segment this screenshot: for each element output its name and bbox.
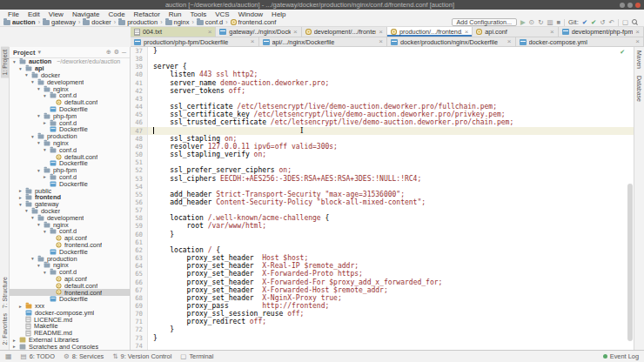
- editor-scrollbar[interactable]: [627, 47, 633, 350]
- git-rollback-icon[interactable]: ↶: [609, 18, 614, 26]
- code-line[interactable]: 41 server_name demo-auction.deworker.pro…: [131, 79, 634, 87]
- git-history-icon[interactable]: ↺: [600, 18, 605, 26]
- editor-tab[interactable]: development/php-fpm/Dockerfile×: [559, 27, 644, 37]
- tree-expanded-icon[interactable]: ▾: [43, 270, 47, 275]
- code-line[interactable]: 37}: [131, 47, 634, 55]
- tree-item[interactable]: ▾gateway: [10, 201, 130, 208]
- menu-item-refactor[interactable]: Refactor: [131, 10, 164, 18]
- code-line[interactable]: 74: [131, 342, 634, 350]
- code-line[interactable]: 54: [131, 183, 634, 191]
- tree-collapsed-icon[interactable]: ▸: [43, 174, 47, 179]
- tab-close-icon[interactable]: ×: [293, 29, 298, 36]
- code-line[interactable]: 69 proxy_pass http://frontend;: [131, 302, 634, 310]
- menu-item-file[interactable]: File: [4, 10, 23, 18]
- tree-collapsed-icon[interactable]: ▸: [12, 344, 17, 349]
- code-line[interactable]: 64 proxy_set_header X-Real-IP $remote_ad…: [131, 262, 634, 270]
- tab-close-icon[interactable]: ×: [251, 38, 255, 45]
- tree-collapsed-icon[interactable]: ▸: [18, 195, 23, 200]
- tab-close-icon[interactable]: ×: [379, 29, 383, 36]
- menu-item-help[interactable]: Help: [268, 10, 289, 18]
- project-panel-title[interactable]: Project: [13, 49, 35, 57]
- tree-expanded-icon[interactable]: ▾: [37, 86, 41, 91]
- code-line[interactable]: 52 ssl_prefer_server_ciphers on;: [131, 166, 634, 174]
- tree-expanded-icon[interactable]: ▾: [30, 215, 35, 220]
- menu-item-vcs[interactable]: VCS: [211, 10, 232, 18]
- code-line[interactable]: 38: [131, 55, 634, 63]
- code-line[interactable]: 50 ssl_stapling_verify on;: [131, 151, 634, 158]
- code-line[interactable]: 63 proxy_set_header Host $host;: [131, 254, 634, 262]
- breadcrumb-item-nginx[interactable]: nginx: [165, 18, 190, 26]
- code-editor[interactable]: 37}3839server {40 listen 443 ssl http2;4…: [131, 47, 634, 350]
- locate-file-icon[interactable]: ⊕: [106, 49, 111, 56]
- tree-item[interactable]: ▾production: [10, 255, 130, 262]
- code-line[interactable]: 60 }: [131, 231, 634, 238]
- code-line[interactable]: 51: [131, 158, 634, 166]
- stripe-button-maven[interactable]: Maven: [634, 47, 644, 72]
- tree-expanded-icon[interactable]: ▾: [43, 229, 47, 234]
- tree-expanded-icon[interactable]: ▾: [37, 168, 41, 173]
- breadcrumb-item-gateway[interactable]: gateway: [43, 18, 76, 26]
- tab-close-icon[interactable]: ×: [635, 38, 640, 45]
- maximize-button[interactable]: [627, 3, 633, 8]
- code-line[interactable]: 40 listen 443 ssl http2;: [131, 70, 634, 78]
- code-line[interactable]: 67 proxy_set_header X-Forwarded-Host $re…: [131, 286, 634, 294]
- tree-item[interactable]: ▾development: [10, 214, 130, 221]
- code-line[interactable]: 46 ssl_trusted_certificate /etc/letsencr…: [131, 118, 634, 126]
- tree-item[interactable]: ▸Scratches and Consoles: [10, 343, 130, 350]
- tree-item[interactable]: ▾production: [10, 133, 130, 140]
- tree-expanded-icon[interactable]: ▾: [37, 222, 41, 227]
- coverage-icon[interactable]: ↻: [538, 18, 543, 26]
- tab-close-icon[interactable]: ×: [550, 29, 554, 36]
- editor-tab[interactable]: development/.../frontend.conf×: [302, 27, 387, 37]
- stripe-button-structure[interactable]: 7: Structure: [1, 274, 9, 311]
- tree-expanded-icon[interactable]: ▾: [37, 263, 41, 268]
- editor-tab[interactable]: 004.txt×: [131, 27, 216, 37]
- close-button[interactable]: [635, 3, 641, 8]
- tab-close-icon[interactable]: ×: [507, 38, 512, 45]
- tree-expanded-icon[interactable]: ▾: [43, 93, 47, 98]
- tree-collapsed-icon[interactable]: ▸: [18, 304, 23, 309]
- code-line[interactable]: 49 resolver 127.0.0.11 ipv6=off valid=30…: [131, 143, 634, 151]
- menu-item-code[interactable]: Code: [104, 10, 128, 18]
- tab-close-icon[interactable]: ×: [635, 29, 640, 36]
- code-line[interactable]: 62 location / {: [131, 246, 634, 254]
- code-line[interactable]: 70 proxy_ssl_session_reuse off;: [131, 310, 634, 318]
- tree-expanded-icon[interactable]: ▾: [18, 202, 23, 207]
- breadcrumb-item-conf-d[interactable]: conf.d: [197, 18, 223, 26]
- profiler-icon[interactable]: ▥: [547, 18, 553, 26]
- toolwindow-toggle-icon[interactable]: ▢: [622, 18, 628, 26]
- tab-close-icon[interactable]: ×: [465, 29, 469, 36]
- stripe-button-favorites[interactable]: 2: Favorites: [1, 311, 9, 348]
- scrollbar-thumb[interactable]: [627, 184, 633, 341]
- stripe-button-project[interactable]: 1: Project: [1, 47, 9, 78]
- tree-expanded-icon[interactable]: ▾: [43, 147, 47, 152]
- tree-item[interactable]: ▾auction~/deworker/edu/auction: [10, 58, 130, 65]
- code-line[interactable]: 42 server_tokens off;: [131, 87, 634, 95]
- code-line[interactable]: 39server {: [131, 63, 634, 70]
- breadcrumb-item-frontend-conf[interactable]: frontend.conf: [231, 18, 277, 26]
- breadcrumb-item-docker[interactable]: docker: [83, 18, 111, 26]
- code-line[interactable]: 43: [131, 95, 634, 103]
- chevron-down-icon[interactable]: ▾: [37, 49, 41, 56]
- statusbar-9--version-control[interactable]: ⇅9: Version Control: [112, 352, 171, 360]
- editor-tab[interactable]: api/.../nginx/Dockerfile×: [259, 37, 388, 46]
- statusbar-terminal[interactable]: ▢Terminal: [180, 352, 213, 360]
- code-line[interactable]: 45 ssl_certificate_key /etc/letsencrypt/…: [131, 111, 634, 118]
- tree-item[interactable]: Dockerfile: [10, 180, 130, 187]
- tree-expanded-icon[interactable]: ▾: [24, 208, 29, 213]
- code-line[interactable]: 71 proxy_redirect off;: [131, 318, 634, 325]
- inspections-ok-icon[interactable]: ✔: [620, 49, 625, 56]
- statusbar-8--services[interactable]: ⚙8: Services: [64, 352, 104, 360]
- code-line[interactable]: 68 proxy_set_header X-NginX-Proxy true;: [131, 294, 634, 302]
- tab-close-icon[interactable]: ×: [208, 29, 212, 36]
- code-line[interactable]: 55 add_header Strict-Transport-Security …: [131, 191, 634, 198]
- tree-expanded-icon[interactable]: ▾: [37, 140, 41, 145]
- run-icon[interactable]: ▶: [520, 18, 526, 26]
- tree-expanded-icon[interactable]: ▾: [30, 79, 35, 84]
- debug-icon[interactable]: ⊙: [529, 18, 534, 26]
- tree-collapsed-icon[interactable]: ▸: [12, 338, 17, 343]
- code-line[interactable]: 48 ssl_stapling on;: [131, 135, 634, 143]
- tree-item[interactable]: ▾api: [10, 65, 130, 72]
- search-everywhere-icon[interactable]: [632, 19, 639, 26]
- tree-expanded-icon[interactable]: ▾: [30, 134, 35, 139]
